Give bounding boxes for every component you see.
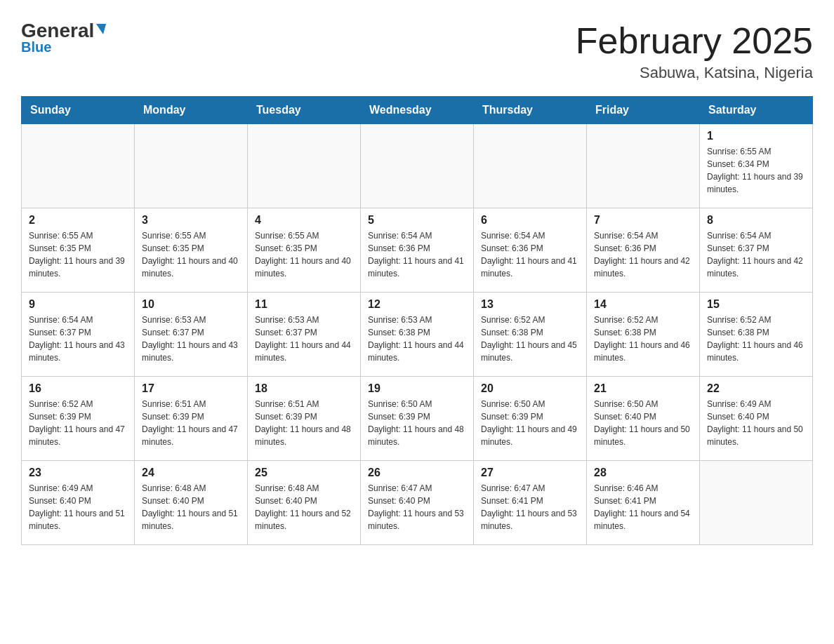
calendar-week-row: 16Sunrise: 6:52 AMSunset: 6:39 PMDayligh… (22, 377, 813, 461)
day-info: Sunrise: 6:54 AMSunset: 6:37 PMDaylight:… (29, 314, 127, 364)
calendar-cell: 3Sunrise: 6:55 AMSunset: 6:35 PMDaylight… (135, 208, 248, 293)
calendar-title: February 2025 (576, 21, 813, 61)
day-info: Sunrise: 6:50 AMSunset: 6:40 PMDaylight:… (594, 398, 692, 448)
calendar-cell: 15Sunrise: 6:52 AMSunset: 6:38 PMDayligh… (700, 293, 813, 377)
day-number: 25 (255, 467, 353, 479)
day-info: Sunrise: 6:55 AMSunset: 6:35 PMDaylight:… (142, 229, 240, 280)
logo-blue: Blue (21, 39, 51, 55)
day-info: Sunrise: 6:49 AMSunset: 6:40 PMDaylight:… (29, 482, 127, 532)
calendar-cell (135, 124, 248, 208)
calendar-cell: 24Sunrise: 6:48 AMSunset: 6:40 PMDayligh… (135, 461, 248, 545)
weekday-header-friday: Friday (587, 97, 700, 124)
calendar-cell (474, 124, 587, 208)
day-number: 15 (707, 298, 805, 311)
weekday-header-wednesday: Wednesday (361, 97, 474, 124)
day-number: 12 (368, 298, 466, 311)
title-block: February 2025 Sabuwa, Katsina, Nigeria (576, 21, 813, 82)
day-info: Sunrise: 6:47 AMSunset: 6:40 PMDaylight:… (368, 482, 466, 532)
day-number: 23 (29, 467, 127, 479)
day-info: Sunrise: 6:53 AMSunset: 6:37 PMDaylight:… (255, 314, 353, 364)
day-number: 26 (368, 467, 466, 479)
calendar-cell: 4Sunrise: 6:55 AMSunset: 6:35 PMDaylight… (248, 208, 361, 293)
day-info: Sunrise: 6:54 AMSunset: 6:37 PMDaylight:… (707, 229, 805, 280)
calendar-header: SundayMondayTuesdayWednesdayThursdayFrid… (22, 97, 813, 124)
calendar-cell (587, 124, 700, 208)
day-number: 3 (142, 214, 240, 227)
day-info: Sunrise: 6:46 AMSunset: 6:41 PMDaylight:… (594, 482, 692, 532)
calendar-cell: 28Sunrise: 6:46 AMSunset: 6:41 PMDayligh… (587, 461, 700, 545)
page-header: General Blue February 2025 Sabuwa, Katsi… (21, 21, 813, 82)
day-number: 19 (368, 382, 466, 395)
day-info: Sunrise: 6:50 AMSunset: 6:39 PMDaylight:… (368, 398, 466, 448)
day-number: 9 (29, 298, 127, 311)
calendar-week-row: 23Sunrise: 6:49 AMSunset: 6:40 PMDayligh… (22, 461, 813, 545)
day-info: Sunrise: 6:54 AMSunset: 6:36 PMDaylight:… (594, 229, 692, 280)
day-number: 22 (707, 382, 805, 395)
day-info: Sunrise: 6:52 AMSunset: 6:38 PMDaylight:… (481, 314, 579, 364)
day-info: Sunrise: 6:55 AMSunset: 6:35 PMDaylight:… (255, 229, 353, 280)
calendar-cell: 20Sunrise: 6:50 AMSunset: 6:39 PMDayligh… (474, 377, 587, 461)
day-number: 10 (142, 298, 240, 311)
day-info: Sunrise: 6:53 AMSunset: 6:37 PMDaylight:… (142, 314, 240, 364)
calendar-cell: 10Sunrise: 6:53 AMSunset: 6:37 PMDayligh… (135, 293, 248, 377)
day-number: 5 (368, 214, 466, 227)
weekday-header-saturday: Saturday (700, 97, 813, 124)
calendar-cell: 21Sunrise: 6:50 AMSunset: 6:40 PMDayligh… (587, 377, 700, 461)
day-number: 16 (29, 382, 127, 395)
calendar-cell: 1Sunrise: 6:55 AMSunset: 6:34 PMDaylight… (700, 124, 813, 208)
calendar-week-row: 9Sunrise: 6:54 AMSunset: 6:37 PMDaylight… (22, 293, 813, 377)
day-number: 24 (142, 467, 240, 479)
day-info: Sunrise: 6:50 AMSunset: 6:39 PMDaylight:… (481, 398, 579, 448)
calendar-cell: 7Sunrise: 6:54 AMSunset: 6:36 PMDaylight… (587, 208, 700, 293)
calendar-cell: 14Sunrise: 6:52 AMSunset: 6:38 PMDayligh… (587, 293, 700, 377)
calendar-cell: 9Sunrise: 6:54 AMSunset: 6:37 PMDaylight… (22, 293, 135, 377)
day-number: 17 (142, 382, 240, 395)
day-info: Sunrise: 6:52 AMSunset: 6:38 PMDaylight:… (594, 314, 692, 364)
day-number: 8 (707, 214, 805, 227)
day-info: Sunrise: 6:48 AMSunset: 6:40 PMDaylight:… (255, 482, 353, 532)
calendar-cell: 25Sunrise: 6:48 AMSunset: 6:40 PMDayligh… (248, 461, 361, 545)
day-info: Sunrise: 6:54 AMSunset: 6:36 PMDaylight:… (368, 229, 466, 280)
calendar-subtitle: Sabuwa, Katsina, Nigeria (576, 64, 813, 82)
weekday-header-sunday: Sunday (22, 97, 135, 124)
day-number: 7 (594, 214, 692, 227)
day-number: 28 (594, 467, 692, 479)
day-info: Sunrise: 6:51 AMSunset: 6:39 PMDaylight:… (255, 398, 353, 448)
day-info: Sunrise: 6:49 AMSunset: 6:40 PMDaylight:… (707, 398, 805, 448)
day-number: 20 (481, 382, 579, 395)
calendar-cell: 22Sunrise: 6:49 AMSunset: 6:40 PMDayligh… (700, 377, 813, 461)
day-info: Sunrise: 6:52 AMSunset: 6:39 PMDaylight:… (29, 398, 127, 448)
day-number: 27 (481, 467, 579, 479)
day-number: 11 (255, 298, 353, 311)
calendar-cell: 19Sunrise: 6:50 AMSunset: 6:39 PMDayligh… (361, 377, 474, 461)
logo: General Blue (21, 21, 106, 55)
calendar-body: 1Sunrise: 6:55 AMSunset: 6:34 PMDaylight… (22, 124, 813, 545)
calendar-cell: 18Sunrise: 6:51 AMSunset: 6:39 PMDayligh… (248, 377, 361, 461)
calendar-cell: 11Sunrise: 6:53 AMSunset: 6:37 PMDayligh… (248, 293, 361, 377)
weekday-header-tuesday: Tuesday (248, 97, 361, 124)
calendar-table: SundayMondayTuesdayWednesdayThursdayFrid… (21, 96, 813, 545)
day-info: Sunrise: 6:54 AMSunset: 6:36 PMDaylight:… (481, 229, 579, 280)
calendar-cell: 6Sunrise: 6:54 AMSunset: 6:36 PMDaylight… (474, 208, 587, 293)
day-info: Sunrise: 6:47 AMSunset: 6:41 PMDaylight:… (481, 482, 579, 532)
calendar-cell (22, 124, 135, 208)
calendar-cell (248, 124, 361, 208)
calendar-cell: 13Sunrise: 6:52 AMSunset: 6:38 PMDayligh… (474, 293, 587, 377)
calendar-cell: 2Sunrise: 6:55 AMSunset: 6:35 PMDaylight… (22, 208, 135, 293)
calendar-cell (361, 124, 474, 208)
day-number: 2 (29, 214, 127, 227)
calendar-cell: 16Sunrise: 6:52 AMSunset: 6:39 PMDayligh… (22, 377, 135, 461)
calendar-cell: 17Sunrise: 6:51 AMSunset: 6:39 PMDayligh… (135, 377, 248, 461)
day-number: 21 (594, 382, 692, 395)
weekday-header-monday: Monday (135, 97, 248, 124)
calendar-cell (700, 461, 813, 545)
day-number: 6 (481, 214, 579, 227)
calendar-cell: 12Sunrise: 6:53 AMSunset: 6:38 PMDayligh… (361, 293, 474, 377)
day-number: 18 (255, 382, 353, 395)
calendar-week-row: 1Sunrise: 6:55 AMSunset: 6:34 PMDaylight… (22, 124, 813, 208)
weekday-header-row: SundayMondayTuesdayWednesdayThursdayFrid… (22, 97, 813, 124)
day-number: 13 (481, 298, 579, 311)
calendar-cell: 8Sunrise: 6:54 AMSunset: 6:37 PMDaylight… (700, 208, 813, 293)
day-info: Sunrise: 6:48 AMSunset: 6:40 PMDaylight:… (142, 482, 240, 532)
calendar-cell: 5Sunrise: 6:54 AMSunset: 6:36 PMDaylight… (361, 208, 474, 293)
